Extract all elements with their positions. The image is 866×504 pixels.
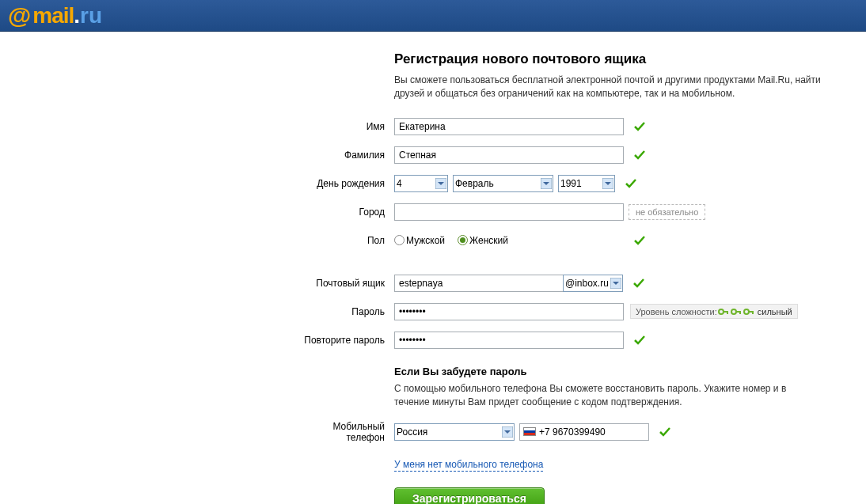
page-intro: Вы сможете пользоваться бесплатной элект… (394, 74, 822, 101)
submit-button[interactable]: Зарегистрироваться (394, 487, 545, 504)
password-strength-prefix: Уровень сложности: (636, 307, 717, 316)
page-title: Регистрация нового почтового ящика (394, 51, 822, 67)
gender-male-radio[interactable] (394, 235, 405, 245)
gender-female-label: Женский (469, 235, 508, 246)
logo-text-dot: . (74, 3, 80, 28)
birth-day-select[interactable]: 4 (394, 175, 448, 192)
svg-rect-5 (739, 311, 741, 314)
first-name-input[interactable] (394, 118, 624, 135)
birth-month-select[interactable]: Февраль (453, 175, 553, 192)
phone-country-select[interactable]: Россия (394, 423, 515, 441)
label-city: Город (303, 207, 394, 218)
check-icon (633, 149, 646, 161)
key-icon (731, 306, 742, 316)
password-repeat-input[interactable] (394, 332, 624, 349)
label-last-name: Фамилия (303, 150, 394, 161)
label-password: Пароль (303, 306, 394, 317)
label-mobile-phone: Мобильный телефон (303, 421, 394, 443)
password-input[interactable] (394, 303, 624, 320)
site-header: @ mail . ru (0, 0, 866, 32)
check-icon (632, 277, 645, 290)
check-icon (625, 177, 637, 190)
city-input[interactable] (394, 203, 624, 221)
logo-text-ru: ru (80, 3, 102, 28)
check-icon (633, 120, 646, 133)
label-birthday: День рождения (303, 178, 394, 189)
phone-input[interactable] (539, 425, 645, 439)
no-phone-link[interactable]: У меня нет мобильного телефона (394, 459, 543, 472)
label-password-repeat: Повторите пароль (303, 335, 394, 346)
label-mailbox: Почтовый ящик (303, 278, 394, 289)
key-icon (743, 306, 754, 316)
russia-flag-icon (523, 427, 536, 436)
gender-male-option[interactable]: Мужской (394, 235, 445, 246)
logo-at-symbol: @ (8, 2, 31, 29)
phone-input-wrap[interactable] (519, 423, 649, 441)
svg-rect-2 (727, 311, 728, 314)
mailbox-input[interactable] (394, 275, 563, 292)
mailbox-domain-select[interactable]: @inbox.ru (563, 275, 623, 292)
optional-hint: не обязательно (629, 204, 705, 220)
gender-female-radio[interactable] (458, 235, 468, 245)
logo-text-mail: mail (32, 3, 74, 28)
svg-rect-8 (752, 311, 754, 314)
check-icon (633, 234, 646, 247)
gender-female-option[interactable]: Женский (458, 235, 508, 246)
last-name-input[interactable] (394, 146, 624, 164)
label-first-name: Имя (303, 121, 394, 132)
check-icon (659, 426, 671, 438)
key-icon (718, 306, 729, 316)
gender-male-label: Мужской (406, 235, 445, 246)
password-strength-indicator: Уровень сложности: сильный (630, 304, 798, 319)
recovery-text: С помощью мобильного телефона Вы сможете… (394, 382, 822, 410)
check-icon (633, 334, 646, 347)
mailru-logo[interactable]: @ mail . ru (8, 2, 102, 29)
label-gender: Пол (303, 235, 394, 246)
password-strength-label: сильный (758, 307, 792, 316)
recovery-title: Если Вы забудете пароль (394, 366, 822, 377)
birth-year-select[interactable]: 1991 (558, 175, 615, 192)
